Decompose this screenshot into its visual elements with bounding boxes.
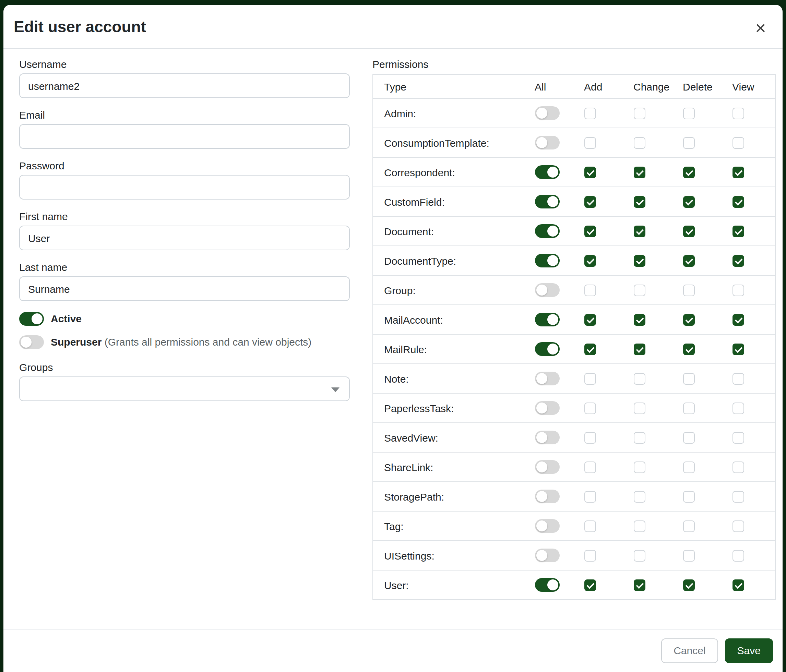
permission-view-checkbox[interactable] [732, 521, 744, 532]
permission-all-toggle[interactable] [534, 136, 559, 149]
permission-change-checkbox[interactable] [634, 285, 645, 297]
cancel-button[interactable]: Cancel [661, 638, 718, 663]
active-toggle[interactable] [19, 312, 44, 326]
permission-delete-checkbox[interactable] [683, 256, 695, 267]
permission-delete-checkbox[interactable] [683, 374, 695, 385]
permission-view-checkbox[interactable] [732, 432, 744, 444]
permission-change-checkbox[interactable] [634, 580, 645, 592]
permission-delete-checkbox[interactable] [683, 521, 695, 532]
permission-add-checkbox[interactable] [584, 491, 596, 503]
permission-change-checkbox[interactable] [634, 432, 645, 444]
permission-view-checkbox[interactable] [732, 550, 744, 562]
permission-view-checkbox[interactable] [732, 196, 744, 208]
permission-add-checkbox[interactable] [584, 226, 596, 238]
permission-add-checkbox[interactable] [584, 256, 596, 267]
permission-delete-checkbox[interactable] [683, 580, 695, 592]
permission-add-checkbox[interactable] [584, 403, 596, 415]
permission-view-checkbox[interactable] [732, 374, 744, 385]
permission-delete-checkbox[interactable] [683, 403, 695, 415]
permission-delete-checkbox[interactable] [683, 314, 695, 326]
permission-view-checkbox[interactable] [732, 403, 744, 415]
permission-add-checkbox[interactable] [584, 108, 596, 120]
permission-all-toggle[interactable] [534, 254, 559, 267]
permission-change-checkbox[interactable] [634, 521, 645, 532]
permission-all-toggle[interactable] [534, 490, 559, 503]
permission-change-checkbox[interactable] [634, 138, 645, 149]
permission-view-checkbox[interactable] [732, 314, 744, 326]
permission-change-checkbox[interactable] [634, 550, 645, 562]
permission-delete-checkbox[interactable] [683, 138, 695, 149]
permission-add-checkbox[interactable] [584, 314, 596, 326]
permission-delete-checkbox[interactable] [683, 226, 695, 238]
username-input[interactable] [19, 73, 350, 98]
email-field-group: Email [19, 109, 350, 149]
permission-delete-checkbox[interactable] [683, 196, 695, 208]
permission-delete-checkbox[interactable] [683, 550, 695, 562]
permission-add-checkbox[interactable] [584, 285, 596, 297]
permission-change-checkbox[interactable] [634, 108, 645, 120]
permission-change-checkbox[interactable] [634, 226, 645, 238]
permission-all-toggle[interactable] [534, 549, 559, 562]
permission-all-toggle[interactable] [534, 165, 559, 179]
permission-all-toggle[interactable] [534, 195, 559, 209]
permission-delete-checkbox[interactable] [683, 108, 695, 120]
permission-add-checkbox[interactable] [584, 344, 596, 356]
permission-add-checkbox[interactable] [584, 167, 596, 179]
superuser-toggle[interactable] [19, 335, 44, 349]
permission-change-checkbox[interactable] [634, 462, 645, 474]
password-field[interactable] [19, 175, 350, 199]
save-button[interactable]: Save [725, 638, 773, 663]
permission-add-checkbox[interactable] [584, 374, 596, 385]
permission-delete-checkbox[interactable] [683, 344, 695, 356]
permission-change-checkbox[interactable] [634, 256, 645, 267]
permission-add-checkbox[interactable] [584, 432, 596, 444]
permission-type-label: Document: [373, 216, 529, 246]
permission-add-checkbox[interactable] [584, 196, 596, 208]
permission-add-checkbox[interactable] [584, 580, 596, 592]
close-icon[interactable]: × [750, 17, 772, 39]
permission-all-toggle[interactable] [534, 460, 559, 474]
permission-change-checkbox[interactable] [634, 196, 645, 208]
permission-all-toggle[interactable] [534, 431, 559, 444]
permission-all-toggle[interactable] [534, 372, 559, 385]
permission-add-checkbox[interactable] [584, 462, 596, 474]
permission-view-checkbox[interactable] [732, 256, 744, 267]
permission-delete-checkbox[interactable] [683, 432, 695, 444]
permission-all-toggle[interactable] [534, 578, 559, 592]
permission-row: Document: [373, 216, 775, 246]
permission-view-checkbox[interactable] [732, 580, 744, 592]
permission-view-checkbox[interactable] [732, 138, 744, 149]
permission-all-toggle[interactable] [534, 401, 559, 415]
permission-add-checkbox[interactable] [584, 138, 596, 149]
permission-all-toggle[interactable] [534, 313, 559, 327]
permission-change-checkbox[interactable] [634, 344, 645, 356]
permission-change-checkbox[interactable] [634, 314, 645, 326]
permission-all-toggle[interactable] [534, 519, 559, 533]
permission-change-checkbox[interactable] [634, 374, 645, 385]
permission-view-checkbox[interactable] [732, 491, 744, 503]
permission-all-toggle[interactable] [534, 106, 559, 120]
permission-all-toggle[interactable] [534, 342, 559, 356]
permission-change-checkbox[interactable] [634, 403, 645, 415]
email-field[interactable] [19, 124, 350, 149]
permission-view-checkbox[interactable] [732, 108, 744, 120]
permission-view-checkbox[interactable] [732, 226, 744, 238]
permission-view-checkbox[interactable] [732, 167, 744, 179]
permission-view-checkbox[interactable] [732, 285, 744, 297]
permission-delete-checkbox[interactable] [683, 167, 695, 179]
groups-select[interactable] [19, 377, 350, 401]
permission-delete-checkbox[interactable] [683, 491, 695, 503]
first-name-field[interactable] [19, 226, 350, 250]
permission-change-checkbox[interactable] [634, 491, 645, 503]
permission-view-checkbox[interactable] [732, 462, 744, 474]
permission-add-checkbox[interactable] [584, 521, 596, 532]
last-name-field[interactable] [19, 276, 350, 301]
permission-add-checkbox[interactable] [584, 550, 596, 562]
permission-all-toggle[interactable] [534, 224, 559, 238]
permission-delete-checkbox[interactable] [683, 462, 695, 474]
permission-delete-checkbox[interactable] [683, 285, 695, 297]
permission-type-label: ShareLink: [373, 452, 529, 482]
permission-change-checkbox[interactable] [634, 167, 645, 179]
permission-all-toggle[interactable] [534, 283, 559, 297]
permission-view-checkbox[interactable] [732, 344, 744, 356]
